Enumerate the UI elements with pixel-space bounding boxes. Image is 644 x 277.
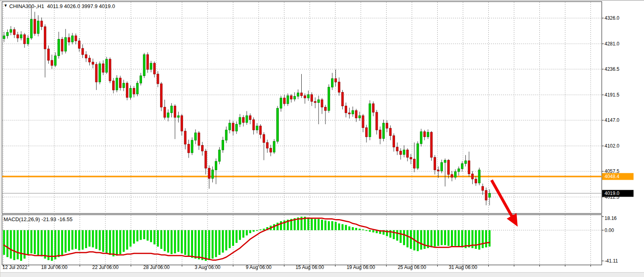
candle-bearish (407, 150, 409, 157)
candle-bearish (366, 128, 368, 137)
macd-histogram-bar (147, 230, 149, 241)
macd-histogram-bar (41, 230, 43, 256)
candle-bullish (328, 87, 330, 111)
candle-bearish (266, 142, 268, 148)
macd-histogram-bar (78, 230, 80, 250)
candle-bearish (61, 39, 63, 51)
macd-axis-label: 18.16 (605, 215, 617, 221)
macd-histogram-bar (215, 230, 217, 257)
macd-histogram-bar (451, 230, 453, 247)
candle-bullish (20, 35, 22, 38)
macd-histogram-bar (154, 230, 156, 244)
candle-bearish (75, 36, 77, 41)
macd-histogram-bar (229, 230, 231, 248)
macd-histogram-bar (410, 230, 412, 249)
macd-histogram-bar (198, 230, 200, 260)
candle-bearish (311, 94, 313, 101)
candle-bullish (215, 161, 217, 170)
macd-histogram-bar (99, 230, 101, 250)
candle-bullish (195, 133, 197, 140)
macd-histogram-bar (444, 230, 446, 245)
candle-bearish (396, 147, 398, 151)
main-chart-panel[interactable] (2, 2, 602, 213)
macd-axis-label: -41.11 (605, 258, 618, 264)
macd-histogram-bar (328, 221, 330, 230)
macd-axis-label: 0.00 (605, 228, 614, 233)
candle-bullish (58, 39, 60, 56)
macd-histogram-bar (345, 225, 347, 230)
candle-bullish (140, 76, 142, 83)
candle-bearish (41, 21, 43, 27)
macd-histogram-bar (335, 222, 337, 230)
macd-histogram-bar (136, 230, 138, 242)
candle-bullish (10, 29, 12, 32)
date-axis-label: 3 Aug 06:00 (195, 265, 220, 270)
macd-histogram-bar (27, 230, 29, 255)
candle-bullish (489, 193, 491, 197)
horizontal-level-line[interactable] (2, 176, 602, 177)
macd-histogram-bar (31, 230, 33, 254)
candle-bearish (338, 82, 340, 92)
macd-histogram-bar (321, 220, 323, 230)
candle-bearish (290, 96, 292, 99)
macd-histogram-bar (239, 230, 241, 240)
macd-histogram-bar (157, 230, 159, 247)
candle-bearish (471, 174, 473, 179)
macd-histogram-bar (352, 227, 354, 230)
macd-histogram-bar (225, 230, 227, 250)
candle-bearish (325, 107, 327, 111)
candle-bearish (304, 96, 306, 98)
macd-histogram-bar (195, 230, 197, 259)
candle-bearish (205, 151, 207, 168)
macd-histogram-bar (461, 230, 463, 248)
macd-histogram-bar (232, 230, 234, 246)
macd-histogram-bar (236, 230, 238, 243)
candle-bearish (434, 157, 436, 170)
macd-histogram-bar (133, 230, 135, 244)
macd-histogram-bar (123, 230, 125, 252)
candle-bearish (348, 113, 350, 114)
macd-histogram-bar (369, 230, 371, 232)
candle-bullish (307, 94, 309, 98)
candle-bearish (147, 55, 149, 70)
chart-window: ▼ CHINA300-,H1 4011.9 4026.0 3997.9 4019… (0, 0, 644, 277)
macd-histogram-bar (61, 230, 63, 255)
macd-histogram-bar (37, 230, 39, 256)
candle-bearish (372, 104, 374, 112)
candle-bearish (342, 92, 344, 106)
candle-bearish (47, 49, 49, 60)
macd-histogram-bar (455, 230, 457, 246)
macd-histogram-bar (208, 230, 210, 260)
macd-histogram-bar (85, 230, 87, 248)
macd-histogram-bar (82, 230, 84, 250)
candle-bullish (246, 116, 248, 123)
chart-canvas[interactable] (0, 0, 644, 277)
candle-bearish (321, 100, 323, 107)
macd-histogram-bar (478, 230, 480, 250)
candle-bearish (259, 126, 261, 134)
macd-histogram-bar (246, 230, 248, 236)
candle-bearish (51, 60, 53, 66)
candle-bullish (427, 132, 429, 137)
macd-histogram-bar (318, 219, 320, 230)
macd-histogram-bar (177, 230, 179, 252)
macd-histogram-bar (417, 230, 419, 251)
price-axis-label: 4191.5 (605, 92, 619, 98)
symbol-dropdown-icon[interactable]: ▼ (4, 3, 8, 8)
candle-bullish (236, 124, 238, 131)
price-axis-label: 4057.5 (605, 168, 619, 174)
macd-histogram-bar (307, 217, 309, 230)
date-axis-label: 22 Jul 06:00 (92, 265, 118, 270)
candle-bearish (410, 157, 412, 159)
macd-histogram-bar (160, 230, 163, 249)
candle-bearish (109, 59, 111, 81)
date-axis-label: 31 Aug 06:00 (449, 265, 477, 270)
candle-bullish (280, 98, 282, 109)
candle-bullish (441, 162, 443, 171)
candle-bullish (417, 144, 419, 168)
macd-histogram-bar (475, 230, 477, 249)
macd-histogram-bar (393, 230, 395, 239)
macd-histogram-bar (13, 230, 15, 260)
macd-histogram-bar (359, 229, 361, 230)
candle-bearish (24, 35, 26, 44)
